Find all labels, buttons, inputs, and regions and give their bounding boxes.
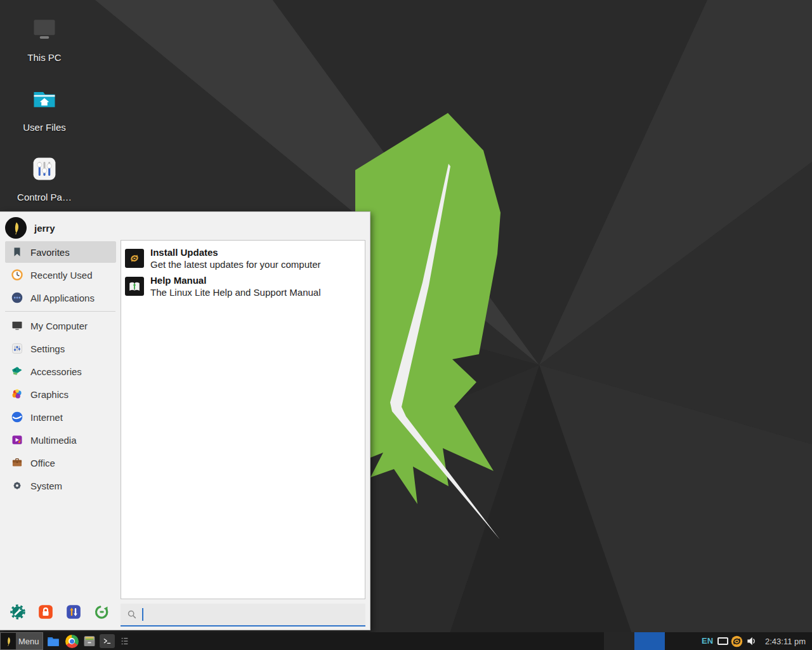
search-icon xyxy=(127,609,137,620)
text-caret xyxy=(142,608,143,621)
desktop-icon-label: This PC xyxy=(10,52,79,63)
sidebar-item-label: Internet xyxy=(30,412,63,423)
sidebar-item-all-applications[interactable]: All Applications xyxy=(5,287,116,308)
sidebar-item-label: All Applications xyxy=(30,293,95,303)
sidebar-item-label: Recently Used xyxy=(30,270,93,281)
internet-globe-icon xyxy=(10,410,24,424)
computer-icon xyxy=(10,319,24,333)
sidebar-item-accessories[interactable]: Accessories xyxy=(5,361,116,382)
sidebar-item-multimedia[interactable]: Multimedia xyxy=(5,429,116,451)
clock[interactable]: 2:43:11 pm xyxy=(765,637,806,646)
sidebar-item-settings[interactable]: Settings xyxy=(5,338,116,359)
app-subtitle: The Linux Lite Help and Support Manual xyxy=(150,286,321,298)
menu-search[interactable] xyxy=(121,604,365,627)
chrome-launcher[interactable] xyxy=(64,633,79,649)
sidebar-item-label: Multimedia xyxy=(30,435,77,446)
linux-lite-feather-icon xyxy=(1,633,16,649)
help-manual-icon xyxy=(125,277,144,296)
sidebar-item-favorites[interactable]: Favorites xyxy=(5,241,116,263)
display-tray-icon[interactable] xyxy=(717,637,728,645)
terminal-icon xyxy=(100,634,115,648)
desktop-icon-this-pc[interactable]: This PC xyxy=(10,15,79,63)
log-out-button[interactable] xyxy=(65,603,82,621)
sidebar-item-label: Favorites xyxy=(30,247,70,258)
sidebar-item-label: My Computer xyxy=(30,321,88,331)
user-files-folder-icon xyxy=(30,85,59,116)
accessories-icon xyxy=(10,364,24,378)
install-updates-icon xyxy=(125,249,144,268)
sidebar-item-my-computer[interactable]: My Computer xyxy=(5,315,116,336)
workspace-1[interactable] xyxy=(604,632,634,650)
sidebar-item-recently-used[interactable]: Recently Used xyxy=(5,264,116,286)
app-title: Install Updates xyxy=(150,246,320,258)
keyboard-layout-indicator[interactable]: EN xyxy=(702,636,713,646)
volume-icon[interactable] xyxy=(745,634,759,648)
updates-notifier-icon[interactable] xyxy=(730,634,743,648)
shutdown-icon xyxy=(93,604,110,620)
all-applications-icon xyxy=(10,291,24,305)
archive-manager-launcher[interactable] xyxy=(82,633,97,649)
menu-user-header: jerry xyxy=(5,216,55,240)
archive-manager-icon xyxy=(82,634,97,648)
menu-button-label: Menu xyxy=(18,637,39,646)
search-input[interactable] xyxy=(146,604,365,625)
sidebar-item-system[interactable]: System xyxy=(5,475,116,496)
desktop-icon-label: User Files xyxy=(10,122,79,133)
window-list-icon xyxy=(121,636,129,646)
window-list-button[interactable] xyxy=(117,633,133,649)
app-subtitle: Get the latest updates for your computer xyxy=(150,258,320,270)
lock-screen-button[interactable] xyxy=(37,603,55,621)
clock-icon xyxy=(10,268,24,282)
file-manager-launcher[interactable] xyxy=(46,633,61,649)
desktop-icon-control-panel[interactable]: Control Pa… xyxy=(10,155,79,202)
settings-manager-button[interactable] xyxy=(9,603,27,621)
sidebar-item-graphics[interactable]: Graphics xyxy=(5,383,116,405)
briefcase-icon xyxy=(10,456,24,470)
menu-apps-panel: Install Updates Get the latest updates f… xyxy=(121,240,365,599)
control-panel-icon xyxy=(30,155,59,185)
graphics-icon xyxy=(10,387,24,401)
feather-avatar-icon xyxy=(9,221,23,235)
desktop-icon-label: Control Pa… xyxy=(10,192,79,202)
log-out-icon xyxy=(65,604,82,620)
gear-icon xyxy=(10,479,24,493)
settings-sliders-icon xyxy=(10,342,24,355)
terminal-launcher[interactable] xyxy=(100,633,115,649)
sidebar-item-office[interactable]: Office xyxy=(5,452,116,474)
workspace-2-active[interactable] xyxy=(634,632,665,650)
desktop-icon-user-files[interactable]: User Files xyxy=(10,85,79,133)
sidebar-item-label: System xyxy=(30,481,62,491)
sidebar-divider xyxy=(5,311,115,312)
application-menu: jerry Favorites Recently Used All Applic… xyxy=(0,211,370,630)
app-row-install-updates[interactable]: Install Updates Get the latest updates f… xyxy=(125,244,361,272)
menu-button[interactable]: Menu xyxy=(0,632,43,650)
app-row-help-manual[interactable]: Help Manual The Linux Lite Help and Supp… xyxy=(125,272,361,300)
settings-manager-icon xyxy=(10,604,26,620)
user-name: jerry xyxy=(34,223,55,234)
file-manager-icon xyxy=(46,634,61,648)
sidebar-item-internet[interactable]: Internet xyxy=(5,406,116,428)
sidebar-item-label: Graphics xyxy=(30,389,69,400)
multimedia-icon xyxy=(10,433,24,447)
chrome-icon xyxy=(65,635,79,648)
this-pc-icon xyxy=(30,15,59,46)
bookmark-icon xyxy=(10,245,24,259)
taskbar: Menu xyxy=(0,632,812,650)
user-avatar[interactable] xyxy=(5,217,27,239)
sidebar-item-label: Settings xyxy=(30,343,65,354)
shutdown-button[interactable] xyxy=(93,603,110,621)
app-title: Help Manual xyxy=(150,274,321,286)
lock-screen-icon xyxy=(37,604,54,620)
sidebar-item-label: Accessories xyxy=(30,366,82,377)
sidebar-item-label: Office xyxy=(30,458,55,468)
